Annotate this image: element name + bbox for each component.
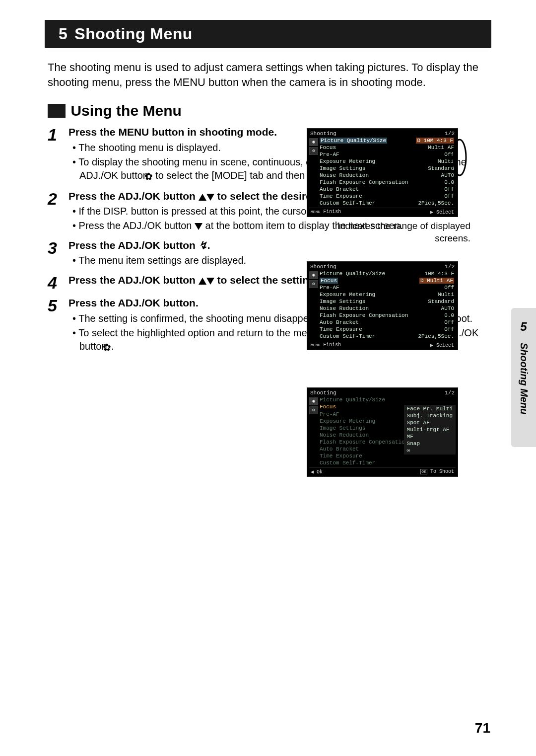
lcd-screenshot-2-wrap: Shooting1/2 ◉ ⚙ Picture Quality/Size10M … bbox=[307, 261, 470, 350]
down-arrow-icon bbox=[206, 194, 214, 201]
lcd-menu-row: Custom Self-Timer2Pics,5Sec. bbox=[318, 200, 456, 207]
section-title: Using the Menu bbox=[70, 102, 181, 119]
svg-point-0 bbox=[453, 140, 466, 175]
lcd-menu-row: Flash Exposure Compensation0.0 bbox=[318, 312, 456, 319]
lcd3-page: 1/2 bbox=[445, 390, 455, 396]
lcd2-title: Shooting bbox=[310, 264, 336, 270]
lcd-menu-row: Image SettingsStandard bbox=[318, 165, 456, 172]
lcd-screenshot-1-wrap: Shooting1/2 ◉ ⚙ Picture Quality/SizeD 10… bbox=[307, 128, 470, 244]
lcd-menu-row: Auto BracketOff bbox=[318, 186, 456, 193]
lcd2-foot-right: Select bbox=[436, 343, 454, 348]
lcd-option: Multi-trgt AF bbox=[405, 426, 454, 433]
chapter-number: 5 bbox=[59, 25, 67, 43]
lcd3-foot-left: Ok bbox=[317, 469, 323, 475]
lcd-menu-row: Noise ReductionAUTO bbox=[318, 172, 456, 179]
lcd1-page: 1/2 bbox=[445, 131, 455, 137]
step-number: 4 bbox=[48, 273, 68, 291]
lcd-menu-row: Exposure MeteringMulti bbox=[318, 291, 456, 298]
step-number: 5 bbox=[48, 296, 68, 355]
lcd-option: MF bbox=[405, 433, 454, 440]
lcd3-foot-right: To Shoot bbox=[430, 469, 454, 474]
lcd3-header-item: Picture Quality/Size bbox=[320, 397, 385, 403]
lcd-menu-row: Pre-AFOff bbox=[318, 151, 456, 158]
lcd-menu-row: Exposure MeteringMulti bbox=[318, 158, 456, 165]
lcd2-page: 1/2 bbox=[445, 264, 455, 270]
lcd-tab-camera-icon: ◉ bbox=[309, 271, 318, 279]
page-number: 71 bbox=[475, 720, 490, 736]
lcd-menu-row: Image SettingsStandard bbox=[318, 298, 456, 305]
lcd1-foot-left: Finish bbox=[323, 209, 341, 215]
chapter-title: Shooting Menu bbox=[74, 25, 193, 43]
lcd-menu-row: FocusMulti AF bbox=[318, 144, 456, 151]
lcd-screenshot-2: Shooting1/2 ◉ ⚙ Picture Quality/Size10M … bbox=[307, 261, 458, 350]
lcd-option: Subj. Tracking bbox=[405, 412, 454, 419]
down-arrow-icon bbox=[195, 223, 202, 230]
lcd1-title: Shooting bbox=[310, 131, 336, 137]
lcd-screenshot-3: Shooting1/2 ◉ ⚙ Picture Quality/Size Foc… bbox=[307, 387, 458, 477]
lcd-menu-row: Noise ReductionAUTO bbox=[318, 305, 456, 312]
side-tab-label: Shooting Menu bbox=[518, 343, 530, 414]
lcd-menu-row: Auto BracketOff bbox=[318, 319, 456, 326]
lcd-menu-row: Picture Quality/Size10M 4:3 F bbox=[318, 270, 456, 277]
side-tab-number: 5 bbox=[511, 320, 536, 334]
lcd-option: Snap bbox=[405, 440, 454, 447]
lcd-menu-row: Time ExposureOff bbox=[318, 193, 456, 200]
intro-paragraph: The shooting menu is used to adjust came… bbox=[48, 60, 488, 89]
range-indicator-oval-icon bbox=[452, 139, 476, 176]
lcd3-cursor-label: Focus bbox=[320, 404, 336, 410]
lcd-menu-row: Pre-AFOff bbox=[318, 284, 456, 291]
lcd-screenshot-1: Shooting1/2 ◉ ⚙ Picture Quality/SizeD 10… bbox=[307, 128, 458, 217]
lcd-screenshot-3-wrap: Shooting1/2 ◉ ⚙ Picture Quality/Size Foc… bbox=[307, 387, 470, 477]
lcd1-caption: Indicates the range of displayed screens… bbox=[307, 220, 470, 244]
down-arrow-icon bbox=[206, 278, 214, 285]
step-number: 3 bbox=[48, 238, 68, 268]
lcd-option: Spot AF bbox=[405, 419, 454, 426]
step-number: 2 bbox=[48, 189, 68, 233]
lcd3-title: Shooting bbox=[310, 390, 336, 396]
chapter-header: 5Shooting Menu bbox=[45, 20, 491, 48]
up-arrow-icon bbox=[199, 194, 206, 201]
lcd-menu-row: Time ExposureOff bbox=[318, 326, 456, 333]
lcd-menu-row: FocusD Multi AF bbox=[318, 277, 456, 284]
lcd-option: Face Pr. Multi bbox=[405, 405, 454, 412]
lcd-tab-setup-icon: ⚙ bbox=[309, 147, 318, 155]
lcd-menu-row: Flash Exposure Compensation0.0 bbox=[318, 179, 456, 186]
side-thumb-tab: 5 Shooting Menu bbox=[511, 308, 536, 447]
lcd-tab-camera-icon: ◉ bbox=[309, 397, 318, 405]
flash-bolt-icon: ↯ bbox=[199, 238, 207, 252]
lcd-option: ∞ bbox=[405, 447, 454, 454]
lcd-tab-camera-icon: ◉ bbox=[309, 138, 318, 146]
lcd-tab-setup-icon: ⚙ bbox=[309, 406, 318, 414]
lcd-menu-row: Custom Self-Timer bbox=[318, 459, 456, 466]
up-arrow-icon bbox=[199, 278, 206, 285]
step-number: 1 bbox=[48, 125, 68, 184]
lcd2-foot-left: Finish bbox=[323, 342, 341, 348]
lcd-menu-row: Custom Self-Timer2Pics,5Sec. bbox=[318, 333, 456, 340]
lcd1-foot-right: Select bbox=[436, 210, 454, 215]
lcd-tab-setup-icon: ⚙ bbox=[309, 280, 318, 288]
lcd-menu-row: Picture Quality/SizeD 10M 4:3 F bbox=[318, 137, 456, 144]
section-bullet bbox=[48, 104, 66, 118]
